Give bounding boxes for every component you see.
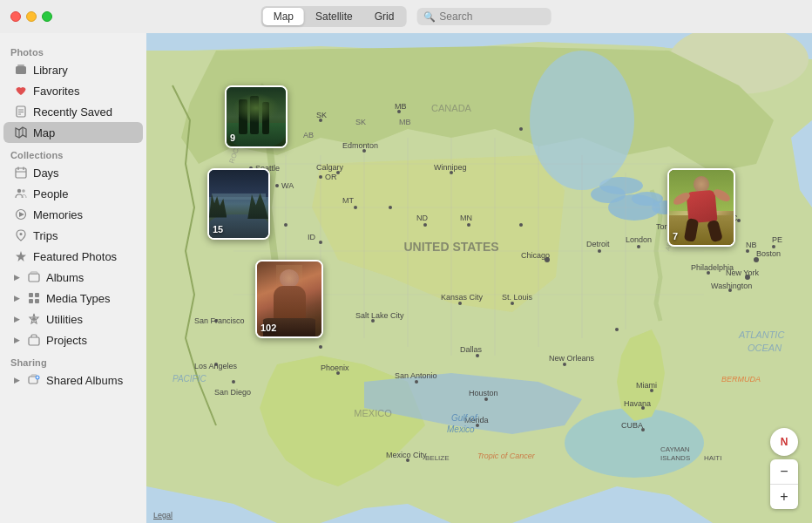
svg-rect-19 — [29, 274, 39, 282]
svg-marker-18 — [16, 251, 26, 262]
photo-pin-coast[interactable]: 15 — [207, 168, 270, 240]
search-icon: 🔍 — [423, 11, 436, 23]
memories-label: Memories — [33, 208, 83, 221]
svg-marker-6 — [16, 127, 26, 138]
people-icon — [14, 187, 28, 200]
sidebar-item-projects[interactable]: ▶ Projects — [3, 329, 143, 350]
svg-text:BELIZE: BELIZE — [425, 454, 450, 462]
svg-marker-16 — [19, 212, 24, 217]
svg-text:CAYMAN: CAYMAN — [660, 445, 690, 453]
photos-section-label: Photos — [0, 40, 146, 59]
photo-pin-person[interactable]: 7 — [667, 168, 735, 247]
satellite-view-button[interactable]: Satellite — [305, 8, 363, 25]
svg-text:MT: MT — [342, 196, 354, 205]
zoom-in-button[interactable]: + — [770, 485, 798, 509]
recently-saved-label: Recently Saved — [33, 105, 112, 119]
svg-text:Dallas: Dallas — [460, 345, 483, 354]
sidebar-item-utilities[interactable]: ▶ Utilities — [3, 309, 143, 329]
media-types-icon — [27, 291, 41, 305]
sidebar-item-memories[interactable]: Memories — [3, 204, 143, 225]
pin-count-person: 7 — [673, 231, 678, 241]
map-controls: N − + — [770, 428, 798, 509]
svg-point-122 — [615, 328, 619, 331]
svg-text:WA: WA — [281, 181, 294, 190]
svg-text:Gulf of: Gulf of — [451, 413, 478, 423]
shared-albums-icon — [27, 373, 41, 387]
sidebar-item-albums[interactable]: ▶ Albums — [3, 267, 143, 288]
photo-pin-girl[interactable]: 102 — [255, 260, 323, 338]
featured-icon — [14, 249, 28, 263]
svg-text:CUBA: CUBA — [621, 421, 643, 430]
svg-point-120 — [563, 363, 566, 366]
svg-point-135 — [319, 345, 322, 349]
sidebar-item-library[interactable]: Library — [3, 59, 143, 80]
sidebar-item-days[interactable]: Days — [3, 162, 143, 183]
svg-text:London: London — [626, 235, 652, 244]
svg-text:New Orleans: New Orleans — [549, 354, 595, 363]
svg-point-94 — [737, 219, 741, 222]
sidebar-item-media-types[interactable]: ▶ Media Types — [3, 288, 143, 309]
compass-button[interactable]: N — [770, 428, 798, 456]
toolbar-center: Map Satellite Grid 🔍 — [261, 6, 551, 27]
trips-icon — [14, 228, 28, 242]
grid-view-button[interactable]: Grid — [364, 8, 405, 25]
zoom-out-button[interactable]: − — [770, 459, 798, 484]
svg-text:HAITI: HAITI — [704, 454, 721, 462]
svg-text:Kansas City: Kansas City — [441, 293, 484, 302]
svg-text:MB: MB — [399, 118, 411, 126]
map-view-button[interactable]: Map — [263, 8, 304, 25]
svg-rect-21 — [29, 293, 33, 297]
map-icon — [14, 126, 28, 139]
svg-point-100 — [772, 245, 775, 248]
days-label: Days — [33, 166, 59, 180]
featured-photos-label: Featured Photos — [33, 250, 117, 263]
sidebar-item-featured-photos[interactable]: Featured Photos — [3, 246, 143, 267]
svg-point-63 — [275, 184, 279, 187]
svg-point-67 — [284, 223, 288, 227]
trips-label: Trips — [33, 229, 58, 242]
utilities-icon — [27, 312, 41, 326]
svg-text:ISLANDS: ISLANDS — [660, 454, 690, 462]
collections-section-label: Collections — [0, 143, 146, 162]
sidebar-item-trips[interactable]: Trips — [3, 225, 143, 246]
svg-point-79 — [389, 206, 392, 209]
sidebar-item-map[interactable]: Map — [3, 122, 143, 143]
pin-count-forest: 9 — [230, 132, 235, 143]
svg-rect-23 — [29, 299, 33, 303]
days-icon — [14, 166, 28, 180]
svg-text:Detroit: Detroit — [586, 240, 610, 248]
map-area[interactable]: ATLANTIC OCEAN PACIFIC ROCKY MOUNTAINS A… — [146, 33, 812, 523]
svg-point-110 — [458, 302, 462, 305]
close-button[interactable] — [10, 11, 21, 22]
svg-text:Calgary: Calgary — [316, 163, 344, 172]
shared-albums-arrow-icon: ▶ — [14, 376, 20, 384]
svg-point-82 — [467, 223, 470, 227]
svg-text:ATLANTIC: ATLANTIC — [738, 329, 784, 340]
albums-icon — [27, 270, 41, 284]
search-input[interactable] — [439, 10, 544, 23]
main-content: Photos Library Favorites — [0, 33, 812, 523]
search-box[interactable]: 🔍 — [416, 8, 551, 25]
svg-text:PACIFIC: PACIFIC — [173, 374, 206, 384]
svg-text:AB: AB — [303, 131, 314, 139]
sidebar-item-favorites[interactable]: Favorites — [3, 80, 143, 101]
svg-text:MN: MN — [460, 214, 472, 222]
legal-link[interactable]: Legal — [153, 511, 173, 520]
svg-point-89 — [637, 245, 640, 248]
svg-text:Edmonton: Edmonton — [342, 141, 378, 150]
sidebar-item-shared-albums[interactable]: ▶ Shared Albums — [3, 370, 143, 391]
sidebar-item-people[interactable]: People — [3, 183, 143, 204]
title-bar: Map Satellite Grid 🔍 — [0, 0, 812, 33]
minimize-button[interactable] — [26, 11, 37, 22]
albums-label: Albums — [46, 271, 84, 284]
photo-pin-forest[interactable]: 9 — [225, 85, 288, 148]
svg-point-112 — [511, 302, 514, 305]
maximize-button[interactable] — [42, 11, 52, 22]
svg-point-13 — [17, 189, 21, 193]
svg-point-114 — [476, 354, 479, 357]
svg-rect-1 — [17, 65, 24, 66]
media-types-label: Media Types — [46, 292, 110, 305]
sharing-section-label: Sharing — [0, 350, 146, 370]
svg-text:CANADA: CANADA — [431, 103, 472, 113]
sidebar-item-recently-saved[interactable]: Recently Saved — [3, 101, 143, 122]
